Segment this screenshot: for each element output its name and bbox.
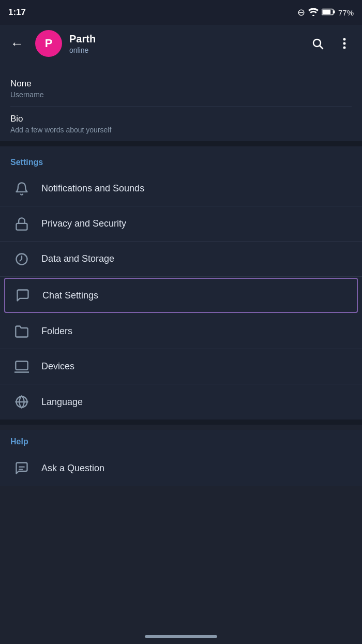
notifications-label: Notifications and Sounds — [41, 183, 144, 194]
svg-point-7 — [343, 47, 346, 49]
bell-icon — [10, 177, 33, 200]
folder-icon — [10, 320, 33, 343]
chat-icon — [11, 284, 34, 307]
svg-rect-8 — [17, 223, 27, 230]
status-icons: ⊖ 77% — [297, 7, 354, 18]
toolbar-actions — [306, 32, 356, 55]
chat-label: Chat Settings — [42, 290, 98, 301]
svg-rect-1 — [334, 10, 335, 13]
data-label: Data and Storage — [41, 253, 114, 264]
devices-label: Devices — [41, 361, 74, 372]
menu-item-notifications[interactable]: Notifications and Sounds — [0, 171, 362, 206]
back-button[interactable]: ← — [6, 32, 28, 56]
menu-item-ask[interactable]: Ask a Question — [0, 451, 362, 486]
globe-icon — [10, 391, 33, 413]
menu-item-folders[interactable]: Folders — [0, 314, 362, 349]
status-time: 1:17 — [8, 7, 26, 18]
help-section: Help Ask a Question — [0, 430, 362, 486]
menu-item-language[interactable]: Language — [0, 384, 362, 420]
toolbar-status: online — [69, 46, 299, 54]
settings-section-header: Settings — [0, 151, 362, 171]
svg-line-4 — [320, 46, 323, 49]
speech-bubble-icon — [10, 457, 33, 480]
svg-rect-10 — [16, 361, 27, 369]
help-section-header: Help — [0, 430, 362, 451]
section-divider-2 — [0, 420, 362, 425]
do-not-disturb-icon: ⊖ — [297, 7, 305, 18]
toolbar-username: Parth — [69, 33, 299, 45]
bio-value: Bio — [10, 114, 352, 124]
wifi-icon — [308, 8, 319, 18]
username-item[interactable]: None Username — [10, 71, 352, 107]
menu-item-devices[interactable]: Devices — [0, 349, 362, 384]
status-bar: 1:17 ⊖ 77% — [0, 0, 362, 25]
battery-icon — [322, 8, 335, 18]
bio-item[interactable]: Bio Add a few words about yourself — [10, 107, 352, 141]
avatar: P — [35, 30, 62, 57]
section-divider-1 — [0, 141, 362, 146]
svg-point-5 — [343, 38, 346, 41]
menu-item-privacy[interactable]: Privacy and Security — [0, 206, 362, 242]
bottom-nav-indicator — [145, 635, 217, 638]
search-button[interactable] — [306, 32, 329, 55]
menu-item-data[interactable]: Data and Storage — [0, 242, 362, 277]
more-button[interactable] — [333, 32, 356, 55]
svg-rect-2 — [322, 9, 330, 13]
clock-icon — [10, 248, 33, 271]
ask-label: Ask a Question — [41, 463, 104, 474]
menu-item-chat[interactable]: Chat Settings — [4, 278, 358, 313]
lock-icon — [10, 213, 33, 235]
username-label: Username — [10, 91, 352, 99]
folders-label: Folders — [41, 326, 72, 337]
laptop-icon — [10, 355, 33, 378]
username-value: None — [10, 79, 352, 89]
toolbar-info: Parth online — [69, 33, 299, 54]
battery-percentage: 77% — [338, 8, 354, 17]
bio-label: Add a few words about yourself — [10, 126, 352, 134]
svg-point-6 — [343, 42, 346, 45]
language-label: Language — [41, 397, 83, 408]
toolbar: ← P Parth online — [0, 25, 362, 62]
settings-section: Settings Notifications and Sounds Privac… — [0, 146, 362, 420]
profile-section: None Username Bio Add a few words about … — [0, 62, 362, 141]
privacy-label: Privacy and Security — [41, 218, 126, 229]
